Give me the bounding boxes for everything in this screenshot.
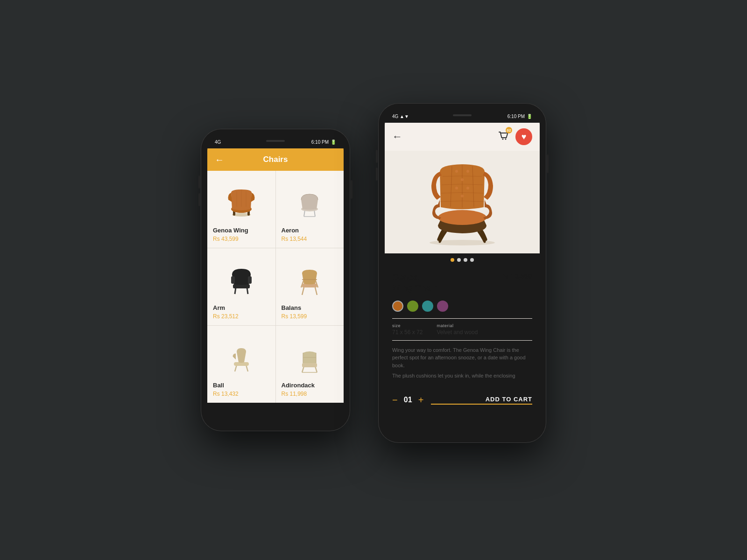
- chair-name: Genoa Wing: [213, 227, 248, 234]
- time-text: 6:10 PM: [507, 114, 525, 119]
- svg-line-16: [302, 287, 304, 295]
- product-title-row: GenoaWing Chair Rs 13,599: [392, 272, 532, 294]
- chair-price: Rs 11,998: [282, 391, 307, 397]
- chair-name: Balans: [282, 304, 302, 311]
- chair-name: Arm: [213, 304, 225, 311]
- detail-phone: 4G ▲▼ 6:10 PM 🔋 ← 02: [378, 103, 546, 443]
- cart-button[interactable]: 02: [497, 129, 510, 144]
- svg-line-22: [235, 365, 237, 371]
- specs-row: size 71 x 56 x 72 material Velvet and wo…: [392, 318, 532, 341]
- time-text: 6:10 PM: [311, 140, 329, 145]
- chair-price: Rs 43,599: [213, 236, 239, 242]
- chair-price: Rs 13,599: [282, 313, 307, 320]
- decrease-quantity-button[interactable]: −: [392, 395, 398, 406]
- chair-name: Aeron: [282, 227, 299, 234]
- color-swatch-teal[interactable]: [422, 301, 433, 312]
- chair-name: Adirondack: [282, 382, 315, 389]
- svg-point-32: [502, 139, 504, 140]
- signal-text: 4G ▲▼: [392, 114, 409, 119]
- list-item[interactable]: Adirondack Rs 11,998: [276, 326, 344, 403]
- description-2: The plush cushions let you sink in, whil…: [392, 372, 532, 380]
- svg-line-12: [247, 287, 248, 294]
- product-name: GenoaWing Chair: [392, 272, 437, 294]
- svg-point-39: [455, 170, 458, 173]
- list-status-bar: 4G 6:10 PM 🔋: [207, 135, 344, 148]
- dot-2[interactable]: [457, 258, 461, 262]
- svg-rect-14: [231, 276, 235, 284]
- list-item[interactable]: Genoa Wing Rs 43,599: [207, 171, 275, 248]
- list-screen: 4G 6:10 PM 🔋 ← Chairs: [207, 135, 344, 425]
- header-icons: 02 ♥: [497, 128, 532, 145]
- list-item[interactable]: Aeron Rs 13,544: [276, 171, 344, 248]
- product-footer: − 01 + ADD TO CART: [385, 388, 540, 412]
- battery-icon: 🔋: [527, 114, 532, 119]
- material-label: material: [437, 323, 478, 328]
- chair-price: Rs 13,544: [282, 236, 307, 242]
- size-label: size: [392, 323, 423, 328]
- svg-rect-28: [302, 363, 317, 367]
- material-value: Velvet and wood: [437, 329, 478, 336]
- add-to-cart-button[interactable]: ADD TO CART: [431, 396, 532, 405]
- chair-price: Rs 13,432: [213, 391, 239, 397]
- size-spec: size 71 x 56 x 72: [392, 323, 423, 336]
- favorites-button[interactable]: ♥: [515, 128, 532, 145]
- list-back-button[interactable]: ←: [215, 154, 224, 165]
- size-value: 71 x 56 x 72: [392, 329, 423, 336]
- svg-point-41: [461, 178, 464, 181]
- color-swatch-brown[interactable]: [392, 301, 403, 312]
- list-item[interactable]: Balans Rs 13,599: [276, 248, 344, 325]
- svg-point-43: [466, 187, 469, 189]
- svg-point-44: [461, 195, 464, 197]
- cart-count: 02: [506, 127, 512, 133]
- product-price: Rs 13,599: [500, 272, 532, 280]
- detail-header: ← 02 ♥: [385, 123, 540, 151]
- material-spec: material Velvet and wood: [437, 323, 478, 336]
- dot-3[interactable]: [464, 258, 467, 262]
- chair-grid: Genoa Wing Rs 43,599: [207, 171, 344, 403]
- dot-1[interactable]: [451, 258, 454, 262]
- list-header: ← Chairs: [207, 148, 344, 171]
- list-title: Chairs: [263, 155, 288, 164]
- increase-quantity-button[interactable]: +: [418, 395, 424, 406]
- product-image: [385, 151, 540, 253]
- svg-point-33: [505, 139, 507, 140]
- image-dots: [385, 253, 540, 266]
- color-swatch-purple[interactable]: [437, 301, 448, 312]
- list-phone: 4G 6:10 PM 🔋 ← Chairs: [201, 129, 350, 431]
- chair-price: Rs 23,512: [213, 313, 239, 320]
- color-swatch-green[interactable]: [407, 301, 418, 312]
- product-info: GenoaWing Chair Rs 13,599 size 71 x 56 x…: [385, 266, 540, 388]
- chair-name: Ball: [213, 382, 224, 389]
- svg-point-40: [466, 170, 469, 173]
- detail-back-button[interactable]: ←: [392, 131, 402, 143]
- detail-status-bar: 4G ▲▼ 6:10 PM 🔋: [385, 110, 540, 123]
- quantity-control: − 01 +: [392, 395, 423, 406]
- battery-icon: 🔋: [331, 140, 336, 145]
- svg-line-23: [246, 365, 248, 371]
- svg-point-42: [455, 187, 458, 189]
- svg-line-11: [235, 287, 236, 294]
- color-swatches: [392, 301, 532, 312]
- list-item[interactable]: Ball Rs 13,432: [207, 326, 275, 403]
- svg-point-35: [438, 210, 486, 225]
- signal-text: 4G: [215, 140, 221, 145]
- quantity-value: 01: [403, 396, 413, 404]
- description-1: Wing your way to comfort. The Genoa Wing…: [392, 346, 532, 370]
- detail-screen: 4G ▲▼ 6:10 PM 🔋 ← 02: [385, 110, 540, 436]
- svg-rect-15: [248, 276, 252, 284]
- list-item[interactable]: Arm Rs 23,512: [207, 248, 275, 325]
- svg-line-17: [315, 287, 317, 295]
- dot-4[interactable]: [470, 258, 474, 262]
